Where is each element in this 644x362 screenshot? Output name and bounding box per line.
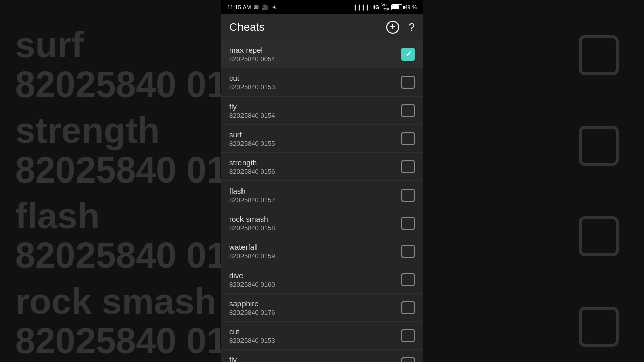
cheat-checkbox-9[interactable] [401, 273, 415, 286]
help-button[interactable]: ? [409, 21, 415, 34]
signal-icon: ▎▎▎▎ [355, 5, 371, 10]
cheat-name-3: fly [229, 102, 275, 111]
cheat-item-8[interactable]: waterfall82025840 0159 [221, 237, 423, 265]
cheat-info-9: dive82025840 0160 [229, 271, 275, 288]
cheat-checkbox-6[interactable] [401, 189, 415, 202]
status-right: ▎▎▎▎ 4G VoLTE 49 % [355, 2, 417, 12]
cheat-item-11[interactable]: cut82025840 0153 [221, 322, 423, 350]
cheat-item-3[interactable]: fly82025840 0154 [221, 97, 423, 125]
cheat-info-6: flash82025840 0157 [229, 187, 275, 204]
cheat-info-10: sapphire82025840 0176 [229, 299, 275, 316]
cheat-checkbox-3[interactable] [401, 104, 415, 117]
header-actions: + ? [386, 21, 415, 34]
cheat-item-10[interactable]: sapphire82025840 0176 [221, 294, 423, 322]
cheat-checkbox-10[interactable] [401, 301, 415, 314]
cheat-info-3: fly82025840 0154 [229, 102, 275, 119]
header: Cheats + ? [221, 14, 423, 40]
cheat-code-9: 82025840 0160 [229, 281, 275, 288]
cheat-info-5: strength82025840 0156 [229, 158, 275, 175]
cheat-info-8: waterfall82025840 0159 [229, 243, 275, 260]
phone-container: 11:15 AM ✉ 🎥 ☀ ▎▎▎▎ 4G VoLTE 49 % Cheats… [221, 0, 423, 362]
cheat-name-4: surf [229, 130, 275, 139]
cheat-info-12: fly82025840 0154 [229, 355, 275, 362]
status-bar: 11:15 AM ✉ 🎥 ☀ ▎▎▎▎ 4G VoLTE 49 % [221, 0, 423, 14]
cheat-checkbox-8[interactable] [401, 245, 415, 258]
bg-box-2 [579, 126, 619, 166]
battery-percent: 49 [405, 5, 410, 10]
cheat-item-1[interactable]: max repel82025840 0054✓ [221, 40, 423, 68]
cheat-code-4: 82025840 0155 [229, 140, 275, 147]
cheat-item-9[interactable]: dive82025840 0160 [221, 265, 423, 294]
brightness-icon: ☀ [272, 4, 277, 11]
cheat-info-7: rock smash82025840 0158 [229, 215, 275, 232]
bg-box-1 [579, 35, 619, 75]
cheat-checkbox-7[interactable] [401, 217, 415, 230]
cheat-info-1: max repel82025840 0054 [229, 46, 275, 63]
time-display: 11:15 AM [227, 4, 251, 10]
cheat-checkbox-4[interactable] [401, 132, 415, 145]
add-cheat-button[interactable]: + [386, 21, 399, 34]
cheat-code-5: 82025840 0156 [229, 168, 275, 175]
cheat-checkbox-2[interactable] [401, 76, 415, 89]
plus-icon: + [390, 22, 395, 31]
battery-percent-sign: % [412, 5, 417, 10]
cheat-checkbox-5[interactable] [401, 160, 415, 173]
cheat-code-3: 82025840 0154 [229, 112, 275, 119]
cheat-info-4: surf82025840 0155 [229, 130, 275, 147]
cheat-code-7: 82025840 0158 [229, 224, 275, 232]
cheat-name-7: rock smash [229, 215, 275, 223]
bg-right-boxes [579, 35, 619, 347]
cheat-checkbox-1[interactable]: ✓ [401, 48, 415, 61]
bg-box-4 [579, 307, 619, 347]
network-4g: 4G [373, 5, 379, 10]
cheat-code-8: 82025840 0159 [229, 252, 275, 260]
cheat-item-6[interactable]: flash82025840 0157 [221, 181, 423, 209]
cheat-code-1: 82025840 0054 [229, 55, 275, 63]
cheat-code-11: 82025840 0153 [229, 337, 275, 344]
cheat-item-12[interactable]: fly82025840 0154 [221, 350, 423, 362]
page-title: Cheats [229, 21, 265, 34]
cheat-item-4[interactable]: surf82025840 0155 [221, 125, 423, 153]
cheat-item-7[interactable]: rock smash82025840 0158 [221, 209, 423, 237]
cheat-name-10: sapphire [229, 299, 275, 308]
cheat-checkbox-12[interactable] [401, 357, 415, 362]
cheat-list[interactable]: max repel82025840 0054✓cut82025840 0153f… [221, 40, 423, 362]
cheat-name-1: max repel [229, 46, 275, 54]
network-volte: VoLTE [381, 2, 389, 12]
cheat-name-2: cut [229, 74, 275, 82]
battery-fill [392, 5, 399, 9]
cheat-name-5: strength [229, 158, 275, 167]
cheat-item-5[interactable]: strength82025840 0156 [221, 153, 423, 181]
cheat-info-11: cut82025840 0153 [229, 327, 275, 344]
cheat-code-10: 82025840 0176 [229, 309, 275, 316]
cheat-item-2[interactable]: cut82025840 0153 [221, 68, 423, 97]
cheat-name-11: cut [229, 327, 275, 336]
cheat-name-12: fly [229, 355, 275, 362]
cheat-checkbox-11[interactable] [401, 329, 415, 342]
cheat-info-2: cut82025840 0153 [229, 74, 275, 91]
status-left: 11:15 AM ✉ 🎥 ☀ [227, 4, 277, 11]
battery-icon [391, 4, 403, 10]
cheat-name-9: dive [229, 271, 275, 280]
bg-box-3 [579, 216, 619, 256]
video-icon: 🎥 [262, 4, 269, 11]
cheat-name-8: waterfall [229, 243, 275, 251]
cheat-code-2: 82025840 0153 [229, 83, 275, 91]
checkmark-icon: ✓ [405, 49, 412, 59]
cheat-code-6: 82025840 0157 [229, 196, 275, 204]
message-icon: ✉ [254, 4, 259, 11]
cheat-name-6: flash [229, 187, 275, 195]
